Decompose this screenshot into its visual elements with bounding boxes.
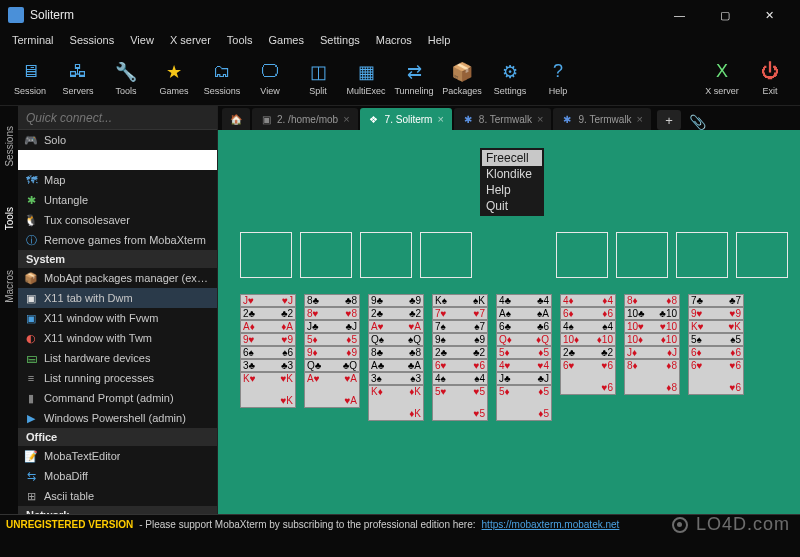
card[interactable]: A♦♦A bbox=[240, 320, 296, 333]
toolbar-view-button[interactable]: 🖵View bbox=[246, 52, 294, 104]
attach-icon[interactable]: 📎 bbox=[687, 114, 707, 130]
card[interactable]: J♥♥J bbox=[240, 294, 296, 307]
card[interactable]: A♥♥A bbox=[368, 320, 424, 333]
toolbar-split-button[interactable]: ◫Split bbox=[294, 52, 342, 104]
sidebar-item[interactable]: 🖴List hardware devices bbox=[18, 348, 217, 368]
card[interactable]: 8♥♥8 bbox=[304, 307, 360, 320]
card[interactable]: 6♠♠6 bbox=[240, 346, 296, 359]
sidebar-item[interactable]: 📦MobApt packages manager (experim bbox=[18, 268, 217, 288]
card[interactable]: 2♣♣2 bbox=[368, 307, 424, 320]
card[interactable]: A♥♥A♥A bbox=[304, 372, 360, 408]
left-tab-tools[interactable]: Tools bbox=[4, 207, 15, 230]
freecell-4[interactable] bbox=[420, 232, 472, 278]
card[interactable]: 7♠♠7 bbox=[432, 320, 488, 333]
sidebar-item[interactable]: 🎮Solo bbox=[18, 130, 217, 150]
card[interactable]: 5♦♦5♦5 bbox=[496, 385, 552, 421]
card[interactable]: J♣♣J bbox=[304, 320, 360, 333]
column-8[interactable]: 7♣♣79♥♥9K♥♥K5♠♠56♦♦66♥♥6♥6 bbox=[688, 294, 744, 421]
card[interactable]: 8♣♣8 bbox=[368, 346, 424, 359]
close-icon[interactable]: × bbox=[637, 113, 643, 125]
sidebar-item[interactable]: 📝MobaTextEditor bbox=[18, 446, 217, 466]
menu-help[interactable]: Help bbox=[420, 32, 459, 48]
card[interactable]: 4♦♦4 bbox=[560, 294, 616, 307]
column-6[interactable]: 4♦♦46♦♦64♠♠410♦♦102♣♣26♥♥6♥6 bbox=[560, 294, 616, 421]
column-4[interactable]: K♠♠K7♥♥77♠♠79♠♠92♣♣26♥♥64♠♠45♥♥5♥5 bbox=[432, 294, 488, 421]
column-1[interactable]: J♥♥J2♣♣2A♦♦A9♥♥96♠♠63♣♣3K♥♥K♥K bbox=[240, 294, 296, 421]
minimize-button[interactable]: — bbox=[657, 0, 702, 30]
card[interactable]: 7♣♣7 bbox=[688, 294, 744, 307]
tab[interactable]: ✱8. Termwalk× bbox=[454, 108, 552, 130]
card[interactable]: 6♦♦6 bbox=[688, 346, 744, 359]
toolbar-settings-button[interactable]: ⚙Settings bbox=[486, 52, 534, 104]
tab[interactable]: ▣2. /home/mob× bbox=[252, 108, 358, 130]
toolbar-servers-button[interactable]: 🖧Servers bbox=[54, 52, 102, 104]
card[interactable]: 6♦♦6 bbox=[560, 307, 616, 320]
toolbar-exit-button[interactable]: ⏻Exit bbox=[746, 52, 794, 104]
sidebar-item[interactable]: 🗺Map bbox=[18, 170, 217, 190]
close-icon[interactable]: × bbox=[537, 113, 543, 125]
menu-settings[interactable]: Settings bbox=[312, 32, 368, 48]
game-menu-klondike[interactable]: Klondike bbox=[482, 166, 542, 182]
toolbar-multiexec-button[interactable]: ▦MultiExec bbox=[342, 52, 390, 104]
status-link[interactable]: https://mobaxterm.mobatek.net bbox=[482, 519, 620, 530]
foundation-2[interactable] bbox=[616, 232, 668, 278]
sidebar-item[interactable]: ▣X11 window with Fvwm bbox=[18, 308, 217, 328]
card[interactable]: 10♥♥10 bbox=[624, 320, 680, 333]
tab[interactable]: ✱9. Termwalk× bbox=[553, 108, 651, 130]
card[interactable]: K♥♥K♥K bbox=[240, 372, 296, 408]
sidebar-item[interactable]: ▣X11 tab with Dwm bbox=[18, 288, 217, 308]
sidebar-item[interactable]: ▮Command Prompt (admin) bbox=[18, 388, 217, 408]
card[interactable]: 9♠♠9 bbox=[432, 333, 488, 346]
card[interactable]: 10♦♦10 bbox=[560, 333, 616, 346]
card[interactable]: Q♣♣Q bbox=[304, 359, 360, 372]
card[interactable]: 8♦♦8♦8 bbox=[624, 359, 680, 395]
card[interactable]: 2♣♣2 bbox=[560, 346, 616, 359]
sidebar-item[interactable]: ≡List running processes bbox=[18, 368, 217, 388]
toolbar-session-button[interactable]: 🖥Session bbox=[6, 52, 54, 104]
freecell-1[interactable] bbox=[240, 232, 292, 278]
freecell-3[interactable] bbox=[360, 232, 412, 278]
menu-tools[interactable]: Tools bbox=[219, 32, 261, 48]
left-tab-sessions[interactable]: Sessions bbox=[4, 126, 15, 167]
card[interactable]: 6♣♣6 bbox=[496, 320, 552, 333]
card[interactable]: K♦♦K♦K bbox=[368, 385, 424, 421]
menu-terminal[interactable]: Terminal bbox=[4, 32, 62, 48]
card[interactable]: J♣♣J bbox=[496, 372, 552, 385]
maximize-button[interactable]: ▢ bbox=[702, 0, 747, 30]
card[interactable]: 3♣♣3 bbox=[240, 359, 296, 372]
card[interactable]: Q♠♠Q bbox=[368, 333, 424, 346]
card[interactable]: 9♣♣9 bbox=[368, 294, 424, 307]
toolbar-games-button[interactable]: ★Games bbox=[150, 52, 198, 104]
card[interactable]: 8♣♣8 bbox=[304, 294, 360, 307]
left-tab-macros[interactable]: Macros bbox=[4, 270, 15, 303]
card[interactable]: 6♥♥6 bbox=[432, 359, 488, 372]
card[interactable]: 4♠♠4 bbox=[560, 320, 616, 333]
sidebar-item[interactable]: 🐧Tux consolesaver bbox=[18, 210, 217, 230]
card[interactable]: 2♣♣2 bbox=[432, 346, 488, 359]
menu-x-server[interactable]: X server bbox=[162, 32, 219, 48]
column-5[interactable]: 4♣♣4A♠♠A6♣♣6Q♦♦Q5♦♦54♥♥4J♣♣J5♦♦5♦5 bbox=[496, 294, 552, 421]
card[interactable]: 4♠♠4 bbox=[432, 372, 488, 385]
card[interactable]: K♠♠K bbox=[432, 294, 488, 307]
toolbar-tunneling-button[interactable]: ⇄Tunneling bbox=[390, 52, 438, 104]
card[interactable]: 10♦♦10 bbox=[624, 333, 680, 346]
column-7[interactable]: 8♦♦810♣♣1010♥♥1010♦♦10J♦♦J8♦♦8♦8 bbox=[624, 294, 680, 421]
card[interactable]: J♦♦J bbox=[624, 346, 680, 359]
close-button[interactable]: ✕ bbox=[747, 0, 792, 30]
card[interactable]: 8♦♦8 bbox=[624, 294, 680, 307]
card[interactable]: A♣♣A bbox=[368, 359, 424, 372]
card[interactable]: K♥♥K bbox=[688, 320, 744, 333]
card[interactable]: 9♦♦9 bbox=[304, 346, 360, 359]
menu-view[interactable]: View bbox=[122, 32, 162, 48]
card[interactable]: 5♠♠5 bbox=[688, 333, 744, 346]
card[interactable]: 2♣♣2 bbox=[240, 307, 296, 320]
menu-sessions[interactable]: Sessions bbox=[62, 32, 123, 48]
card[interactable]: 5♦♦5 bbox=[496, 346, 552, 359]
toolbar-tools-button[interactable]: 🔧Tools bbox=[102, 52, 150, 104]
column-2[interactable]: 8♣♣88♥♥8J♣♣J5♦♦59♦♦9Q♣♣QA♥♥A♥A bbox=[304, 294, 360, 421]
foundation-4[interactable] bbox=[736, 232, 788, 278]
card[interactable]: 5♦♦5 bbox=[304, 333, 360, 346]
card[interactable]: 9♥♥9 bbox=[688, 307, 744, 320]
sidebar-item[interactable]: ◐X11 window with Twm bbox=[18, 328, 217, 348]
close-icon[interactable]: × bbox=[437, 113, 443, 125]
